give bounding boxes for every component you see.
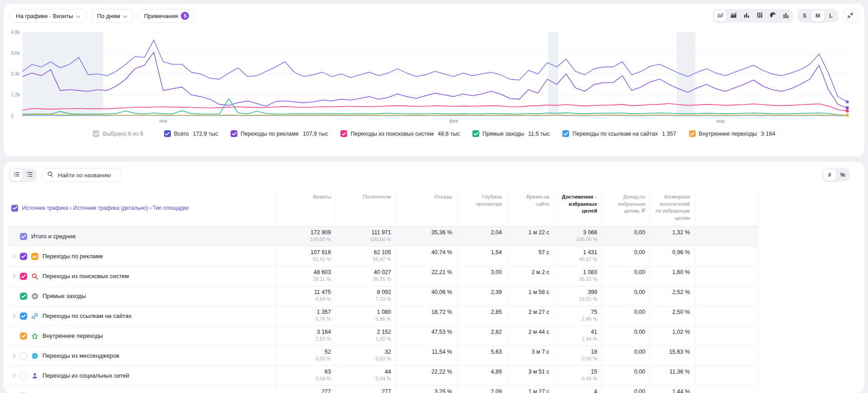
chart-type-line-chart-button[interactable] bbox=[714, 10, 726, 22]
cell-goals: 150,49 % bbox=[554, 366, 602, 385]
series-line bbox=[23, 114, 847, 115]
visits-line-chart[interactable]: 01,2k2,4k3,6k4,8kянвфевмар bbox=[10, 25, 858, 126]
series-end-dot bbox=[845, 114, 849, 117]
expand-chevron-icon[interactable] bbox=[8, 274, 20, 279]
chart-type-column-chart-button[interactable] bbox=[779, 10, 792, 22]
tree-view-button[interactable] bbox=[23, 169, 36, 181]
row-checkbox[interactable] bbox=[20, 352, 27, 360]
row-label[interactable]: Переходы по ссылкам на сайтах bbox=[42, 313, 132, 319]
table-row[interactable]: ADПереходы по рекламе 107 91862,41 % 62 … bbox=[8, 246, 758, 266]
table-row[interactable]: Переходы по ссылкам на сайтах 1 3570,78 … bbox=[8, 306, 758, 326]
legend-item[interactable]: Всего 172,9 тыс bbox=[164, 130, 218, 137]
legend-checkbox[interactable] bbox=[472, 130, 479, 137]
legend-item[interactable]: Переходы по ссылкам на сайтах 1 357 bbox=[562, 130, 676, 137]
legend-item[interactable]: Переходы по рекламе 107,9 тыс bbox=[231, 130, 328, 137]
cell-conversion: 1,02 % bbox=[650, 326, 695, 346]
search-input[interactable] bbox=[57, 171, 118, 179]
column-header-goals[interactable]: Достижения↓избранных целей bbox=[554, 190, 602, 226]
chart-type-stacked-bar-chart-button[interactable] bbox=[753, 10, 766, 22]
table-row[interactable]: Внутренние переходы 3 1641,83 % 2 1521,9… bbox=[8, 326, 758, 346]
table-row[interactable]: Переходы из социальных сетей 630,04 % 44… bbox=[8, 366, 758, 386]
table-row[interactable]: Прямые заходы 11 4756,64 % 8 0927,23 % 4… bbox=[8, 286, 758, 306]
expand-chevron-icon[interactable] bbox=[8, 353, 20, 358]
cell-visits: 172 909100,00 % bbox=[276, 227, 336, 246]
expand-chevron-icon[interactable] bbox=[8, 313, 20, 318]
row-checkbox[interactable] bbox=[20, 332, 27, 340]
expand-chevron-icon[interactable] bbox=[8, 254, 20, 259]
collapse-chart-button[interactable] bbox=[843, 9, 858, 23]
cell-depth: 1,54 bbox=[457, 246, 507, 266]
header-checkbox[interactable] bbox=[11, 205, 18, 212]
column-header-revenue[interactable]: Доход по избранным целям, ₽ bbox=[602, 190, 650, 226]
cell-bounce: 22,22 % bbox=[396, 366, 457, 385]
chart-size-s-button[interactable]: S bbox=[798, 10, 811, 22]
x-axis-tick: фев bbox=[449, 118, 458, 123]
notes-button[interactable]: Примечания 5 bbox=[138, 9, 195, 23]
cell-empty bbox=[695, 306, 758, 326]
metric-dropdown[interactable]: На графике · Визиты bbox=[10, 9, 86, 23]
notes-count-badge: 5 bbox=[181, 12, 189, 20]
row-checkbox[interactable] bbox=[20, 293, 27, 300]
table-row[interactable]: Переходы из рекомендательных систем 2770… bbox=[8, 386, 758, 393]
legend-item[interactable]: Переходы из поисковых систем 48,6 тыс bbox=[340, 130, 460, 137]
legend-summary: Выбрано 6 из 6 bbox=[93, 130, 143, 137]
expand-chevron-icon[interactable] bbox=[8, 373, 20, 378]
column-header-empty bbox=[695, 190, 758, 226]
cell-conversion: 15,63 % bbox=[650, 346, 695, 365]
legend-item[interactable]: Прямые заходы 11,5 тыс bbox=[472, 130, 550, 137]
unit-switcher: #% bbox=[822, 168, 850, 182]
table-row[interactable]: Переходы из мессенджеров 520,03 % 320,03… bbox=[8, 346, 758, 366]
row-label[interactable]: Переходы по рекламе bbox=[42, 253, 103, 260]
metrica-report-page: На графике · Визиты По дням Примечания 5… bbox=[0, 4, 868, 393]
column-header-visits[interactable]: Визиты bbox=[276, 190, 336, 226]
percent-values-button[interactable]: % bbox=[836, 169, 849, 181]
column-header-conversion[interactable]: Конверсия посетителей по избранным целям bbox=[650, 190, 695, 226]
legend-item[interactable]: Внутренние переходы 3 164 bbox=[689, 130, 775, 137]
legend-checkbox[interactable] bbox=[164, 130, 171, 137]
chart-type-bar-chart-button[interactable] bbox=[740, 10, 753, 22]
row-checkbox[interactable] bbox=[20, 253, 27, 260]
social-icon bbox=[31, 372, 38, 379]
table-search[interactable] bbox=[42, 168, 122, 182]
column-header-depth[interactable]: Глубина просмотра bbox=[457, 190, 507, 226]
row-label[interactable]: Внутренние переходы bbox=[42, 332, 103, 339]
absolute-values-button[interactable]: # bbox=[823, 169, 836, 181]
column-header-visitors[interactable]: Посетители bbox=[336, 190, 396, 226]
legend-checkbox[interactable] bbox=[562, 130, 569, 137]
column-header-bounce[interactable]: Отказы bbox=[396, 190, 457, 226]
list-view-button[interactable] bbox=[10, 169, 23, 181]
legend-value: 172,9 тыс bbox=[193, 131, 218, 137]
table-row[interactable]: Переходы из поисковых систем 48 60328,11… bbox=[8, 266, 758, 286]
row-checkbox[interactable] bbox=[20, 372, 27, 379]
cell-goals: 1 43146,67 % bbox=[554, 246, 602, 266]
row-label[interactable]: Итого и средние bbox=[31, 233, 75, 240]
chart-type-stacked-area-chart-button[interactable] bbox=[727, 10, 740, 22]
grouping-dropdown[interactable]: По дням bbox=[91, 9, 133, 23]
chart-size-m-button[interactable]: M bbox=[811, 10, 824, 22]
report-table-card: #% Источник трафика › Источник трафика (… bbox=[4, 162, 864, 393]
row-label[interactable]: Прямые заходы bbox=[42, 293, 86, 299]
cell-time_on_site: 1 м 22 с bbox=[507, 227, 554, 246]
series-line bbox=[23, 40, 847, 102]
table-row[interactable]: Итого и средние 172 909100,00 % 111 9711… bbox=[8, 227, 758, 246]
row-checkbox[interactable] bbox=[20, 273, 27, 280]
column-header-time_on_site[interactable]: Время на сайте bbox=[507, 190, 554, 226]
cell-depth: 2,85 bbox=[457, 306, 507, 326]
home-icon bbox=[31, 332, 38, 340]
cell-revenue: 0,00 bbox=[602, 266, 650, 286]
cell-revenue: 0,00 bbox=[602, 326, 650, 346]
cell-bounce: 3,25 % bbox=[396, 386, 457, 393]
chart-size-l-button[interactable]: L bbox=[825, 10, 837, 22]
legend-checkbox[interactable] bbox=[231, 130, 237, 137]
chart-type-pie-chart-button[interactable] bbox=[766, 10, 779, 22]
row-label[interactable]: Переходы из мессенджеров bbox=[42, 352, 119, 359]
search-icon bbox=[31, 273, 38, 280]
cell-visitors: 440,04 % bbox=[336, 366, 396, 385]
legend-checkbox[interactable] bbox=[340, 130, 347, 137]
row-checkbox[interactable] bbox=[20, 233, 27, 240]
row-label[interactable]: Переходы из поисковых систем bbox=[42, 273, 129, 279]
legend-checkbox[interactable] bbox=[689, 130, 696, 137]
dimension-header[interactable]: Источник трафика › Источник трафика (дет… bbox=[8, 190, 276, 226]
row-checkbox[interactable] bbox=[20, 313, 27, 320]
row-label[interactable]: Переходы из социальных сетей bbox=[42, 372, 129, 379]
